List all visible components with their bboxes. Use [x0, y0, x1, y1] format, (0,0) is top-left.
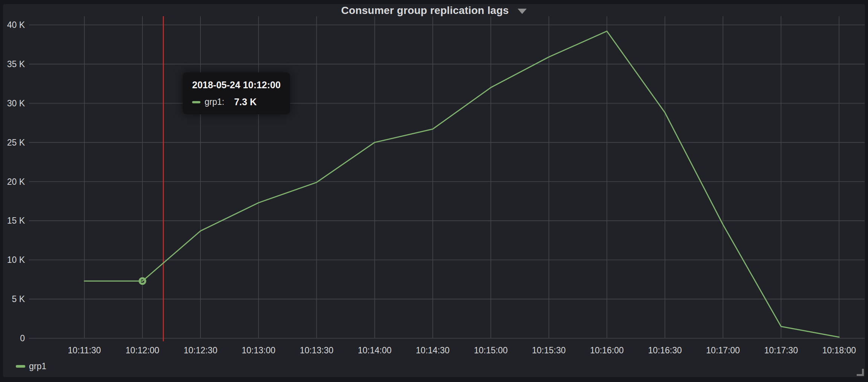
x-tick-label: 10:16:00	[577, 345, 637, 356]
panel-resize-handle-icon[interactable]	[857, 369, 864, 376]
x-tick-label: 10:17:30	[751, 345, 811, 356]
legend: grp1	[16, 361, 46, 371]
x-tick-label: 10:15:30	[519, 345, 579, 356]
x-tick-label: 10:12:00	[112, 345, 173, 356]
y-tick-label: 25 K	[0, 137, 25, 148]
x-tick-label: 10:11:30	[54, 345, 115, 356]
x-tick-label: 10:15:00	[461, 345, 521, 356]
legend-item-grp1[interactable]: grp1	[16, 361, 46, 371]
panel-title[interactable]: Consumer group replication lags	[341, 5, 509, 17]
y-tick-label: 40 K	[0, 19, 25, 31]
chevron-down-icon[interactable]	[518, 9, 527, 14]
y-tick-label: 0	[0, 333, 25, 344]
x-tick-label: 10:14:30	[403, 345, 463, 356]
tooltip-series-value: 7.3 K	[234, 97, 257, 107]
panel-title-row[interactable]: Consumer group replication lags	[0, 5, 868, 17]
x-tick-label: 10:16:30	[635, 345, 695, 356]
tooltip-series-label: grp1:	[205, 97, 224, 107]
x-tick-label: 10:18:00	[809, 345, 868, 356]
y-tick-label: 10 K	[0, 254, 25, 265]
y-tick-label: 30 K	[0, 98, 25, 109]
chart-canvas[interactable]	[0, 0, 868, 382]
x-tick-label: 10:13:00	[228, 345, 289, 356]
x-tick-label: 10:13:30	[286, 345, 347, 356]
legend-color-dash-icon	[16, 365, 25, 368]
tooltip-date: 2018-05-24 10:12:00	[192, 80, 281, 91]
y-tick-label: 5 K	[0, 293, 25, 305]
legend-item-label: grp1	[29, 361, 46, 371]
tooltip-series-row: grp1: 7.3 K	[192, 97, 281, 107]
grafana-graph-panel-screen: Consumer group replication lags 05 K10 K…	[0, 0, 868, 382]
y-tick-label: 35 K	[0, 58, 25, 70]
x-tick-label: 10:17:00	[693, 345, 753, 356]
hover-tooltip: 2018-05-24 10:12:00 grp1: 7.3 K	[183, 72, 290, 114]
y-tick-label: 20 K	[0, 176, 25, 187]
y-tick-label: 15 K	[0, 215, 25, 226]
series-color-dash-icon	[192, 101, 200, 103]
x-tick-label: 10:12:30	[170, 345, 231, 356]
x-tick-label: 10:14:00	[345, 345, 405, 356]
